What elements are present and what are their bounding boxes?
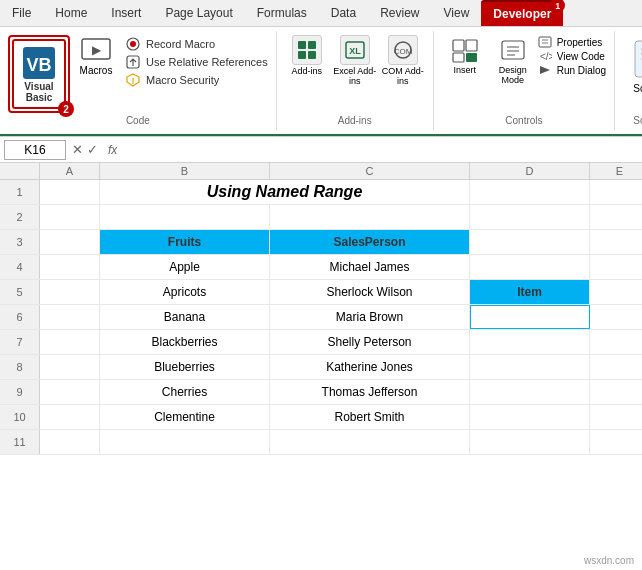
table-row: 2 bbox=[0, 205, 642, 230]
cell-blueberries[interactable]: Blueberries bbox=[100, 355, 270, 379]
cell-d1[interactable] bbox=[470, 180, 590, 204]
svg-rect-18 bbox=[466, 40, 477, 51]
cell-e4[interactable] bbox=[590, 255, 642, 279]
cell-a5[interactable] bbox=[40, 280, 100, 304]
cell-banana[interactable]: Banana bbox=[100, 305, 270, 329]
cell-fruits-header[interactable]: Fruits bbox=[100, 230, 270, 254]
cell-e5[interactable] bbox=[590, 280, 642, 304]
row-num-9: 9 bbox=[0, 380, 40, 404]
cell-c2[interactable] bbox=[270, 205, 470, 229]
cell-b2[interactable] bbox=[100, 205, 270, 229]
visual-basic-button[interactable]: VB VisualBasic bbox=[12, 39, 66, 109]
cell-d11[interactable] bbox=[470, 430, 590, 454]
design-mode-button[interactable]: Design Mode bbox=[490, 35, 536, 87]
cell-e11[interactable] bbox=[590, 430, 642, 454]
cell-b11[interactable] bbox=[100, 430, 270, 454]
vb-button-wrapper: VB VisualBasic 2 bbox=[8, 35, 70, 113]
cell-e6[interactable] bbox=[590, 305, 642, 329]
cell-e3[interactable] bbox=[590, 230, 642, 254]
properties-button[interactable]: Properties bbox=[538, 35, 606, 49]
cell-e8[interactable] bbox=[590, 355, 642, 379]
cell-apple[interactable]: Apple bbox=[100, 255, 270, 279]
cell-e1[interactable] bbox=[590, 180, 642, 204]
cell-shelly[interactable]: Shelly Peterson bbox=[270, 330, 470, 354]
cell-a6[interactable] bbox=[40, 305, 100, 329]
tab-page-layout[interactable]: Page Layout bbox=[153, 0, 244, 26]
run-dialog-button[interactable]: Run Dialog bbox=[538, 63, 606, 77]
macros-button[interactable]: ▶ Macros bbox=[72, 35, 120, 78]
cell-a7[interactable] bbox=[40, 330, 100, 354]
tab-review[interactable]: Review bbox=[368, 0, 431, 26]
cell-clementine[interactable]: Clementine bbox=[100, 405, 270, 429]
tab-home[interactable]: Home bbox=[43, 0, 99, 26]
cell-e7[interactable] bbox=[590, 330, 642, 354]
cell-a3[interactable] bbox=[40, 230, 100, 254]
relative-references-button[interactable]: Use Relative References bbox=[124, 53, 268, 71]
insert-icon bbox=[450, 37, 480, 65]
source-button[interactable]: S Source bbox=[623, 35, 642, 98]
cell-katherine[interactable]: Katherine Jones bbox=[270, 355, 470, 379]
col-header-e[interactable]: E bbox=[590, 163, 642, 179]
confirm-formula-icon[interactable]: ✓ bbox=[87, 142, 98, 157]
col-header-b[interactable]: B bbox=[100, 163, 270, 179]
tab-formulas[interactable]: Formulas bbox=[245, 0, 319, 26]
cell-cherries[interactable]: Cherries bbox=[100, 380, 270, 404]
addins-icon bbox=[292, 35, 322, 65]
cell-e2[interactable] bbox=[590, 205, 642, 229]
macro-security-button[interactable]: ! Macro Security bbox=[124, 71, 268, 89]
cell-salesperson-header[interactable]: SalesPerson bbox=[270, 230, 470, 254]
formula-input[interactable] bbox=[117, 143, 638, 157]
cell-a11[interactable] bbox=[40, 430, 100, 454]
col-header-c[interactable]: C bbox=[270, 163, 470, 179]
cell-a1[interactable] bbox=[40, 180, 100, 204]
cell-d6[interactable] bbox=[470, 305, 590, 329]
tab-insert[interactable]: Insert bbox=[99, 0, 153, 26]
row-num-8: 8 bbox=[0, 355, 40, 379]
cell-a9[interactable] bbox=[40, 380, 100, 404]
row-num-4: 4 bbox=[0, 255, 40, 279]
cell-d8[interactable] bbox=[470, 355, 590, 379]
record-macro-button[interactable]: Record Macro bbox=[124, 35, 268, 53]
cell-apricots[interactable]: Apricots bbox=[100, 280, 270, 304]
name-box[interactable] bbox=[4, 140, 66, 160]
cell-robert[interactable]: Robert Smith bbox=[270, 405, 470, 429]
code-group-label: Code bbox=[126, 113, 150, 126]
col-header-d[interactable]: D bbox=[470, 163, 590, 179]
excel-addins-button[interactable]: XL Excel Add-ins bbox=[333, 35, 377, 87]
tab-file[interactable]: File bbox=[0, 0, 43, 26]
cell-maria[interactable]: Maria Brown bbox=[270, 305, 470, 329]
cell-michael[interactable]: Michael James bbox=[270, 255, 470, 279]
cell-item-header[interactable]: Item bbox=[470, 280, 590, 304]
col-header-a[interactable]: A bbox=[40, 163, 100, 179]
cell-c11[interactable] bbox=[270, 430, 470, 454]
tab-data[interactable]: Data bbox=[319, 0, 368, 26]
excel-addins-icon: XL bbox=[340, 35, 370, 65]
cell-blackberries[interactable]: Blackberries bbox=[100, 330, 270, 354]
cell-e9[interactable] bbox=[590, 380, 642, 404]
cell-a4[interactable] bbox=[40, 255, 100, 279]
tab-view[interactable]: View bbox=[432, 0, 482, 26]
cell-d7[interactable] bbox=[470, 330, 590, 354]
cell-a8[interactable] bbox=[40, 355, 100, 379]
excel-addins-label: Excel Add-ins bbox=[333, 67, 377, 87]
view-code-label: View Code bbox=[557, 51, 605, 62]
cell-d10[interactable] bbox=[470, 405, 590, 429]
cell-d3[interactable] bbox=[470, 230, 590, 254]
cancel-formula-icon[interactable]: ✕ bbox=[72, 142, 83, 157]
run-dialog-icon bbox=[538, 64, 554, 76]
cell-b1-title[interactable]: Using Named Range bbox=[100, 180, 470, 204]
com-addins-button[interactable]: COM COM Add-ins bbox=[381, 35, 425, 87]
addins-button[interactable]: Add-ins bbox=[285, 35, 329, 77]
row-num-10: 10 bbox=[0, 405, 40, 429]
insert-button[interactable]: Insert bbox=[442, 35, 488, 77]
cell-a2[interactable] bbox=[40, 205, 100, 229]
cell-e10[interactable] bbox=[590, 405, 642, 429]
cell-a10[interactable] bbox=[40, 405, 100, 429]
cell-sherlock[interactable]: Sherlock Wilson bbox=[270, 280, 470, 304]
cell-thomas[interactable]: Thomas Jefferson bbox=[270, 380, 470, 404]
cell-d4[interactable] bbox=[470, 255, 590, 279]
table-row: 4 Apple Michael James bbox=[0, 255, 642, 280]
cell-d9[interactable] bbox=[470, 380, 590, 404]
cell-d2[interactable] bbox=[470, 205, 590, 229]
view-code-button[interactable]: </> View Code bbox=[538, 49, 606, 63]
